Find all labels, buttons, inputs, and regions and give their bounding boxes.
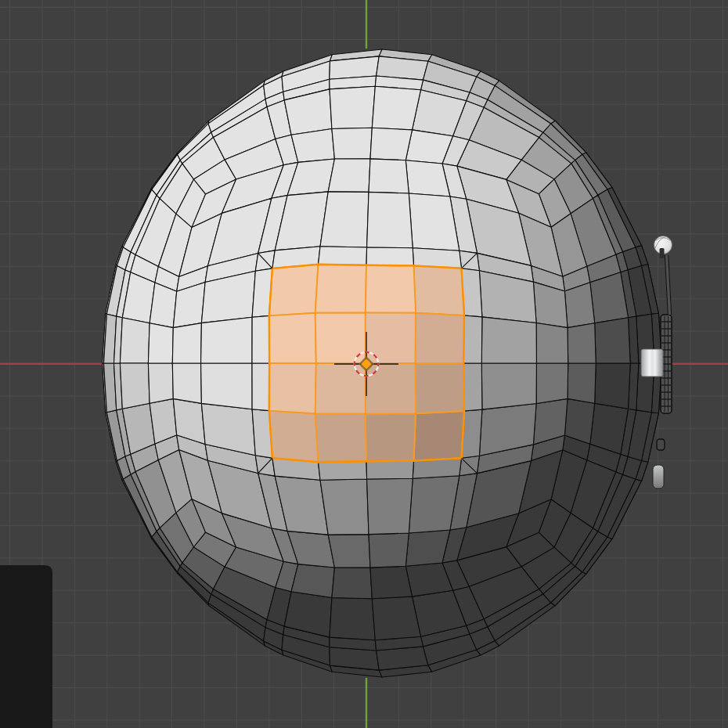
3d-viewport[interactable] (0, 0, 728, 728)
operator-panel-body[interactable] (0, 565, 52, 728)
white-connector-box[interactable] (641, 349, 663, 377)
objects-behind-mesh[interactable] (653, 465, 664, 488)
ladder-end-cap[interactable] (657, 439, 665, 450)
small-gray-blob[interactable] (653, 465, 664, 488)
operator-panel[interactable] (0, 565, 52, 728)
viewport-canvas[interactable] (0, 0, 728, 728)
